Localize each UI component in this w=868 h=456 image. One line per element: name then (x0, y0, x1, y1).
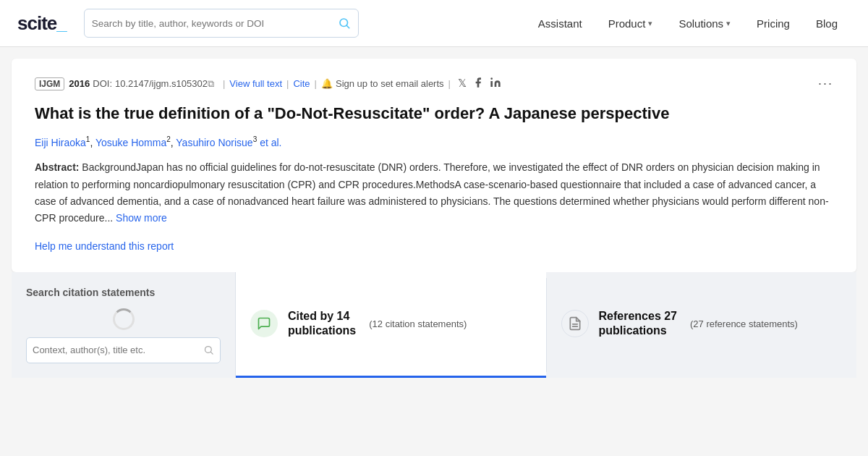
view-full-text-link[interactable]: View full text (229, 78, 282, 89)
authors: Eiji Hiraoka1, Yosuke Homma2, Yasuhiro N… (35, 135, 833, 148)
article-meta: IJGM 2016 DOI: 10.2147/ijgm.s105302 ⧉ | … (35, 76, 833, 91)
search-icon (203, 345, 214, 355)
facebook-icon[interactable] (472, 77, 484, 90)
journal-badge: IJGM (35, 77, 64, 90)
chevron-down-icon: ▾ (648, 19, 652, 28)
stats-tabs: Cited by 14 publications (12 citation st… (236, 272, 856, 378)
search-input[interactable] (92, 18, 338, 29)
svg-point-3 (490, 77, 493, 80)
citation-search-input[interactable] (33, 345, 203, 355)
cited-by-icon (250, 310, 278, 337)
cited-by-label: Cited by 14 publications (288, 309, 356, 339)
references-icon (561, 310, 589, 337)
abstract-label: Abstract: (35, 161, 79, 173)
main-nav: Assistant Product ▾ Solutions ▾ Pricing … (525, 0, 851, 47)
references-label: References 27 publications (599, 309, 678, 339)
references-content: References 27 publications (27 reference… (599, 309, 843, 339)
article-doi-value: 10.2147/ijgm.s105302 (115, 78, 208, 89)
author-link-1[interactable]: Eiji Hiraoka (35, 136, 86, 148)
cited-by-content: Cited by 14 publications (12 citation st… (288, 309, 532, 339)
svg-point-4 (205, 347, 212, 353)
author-link-3[interactable]: Yasuhiro Norisue (176, 136, 252, 148)
sign-up-text: Sign up to set email alerts (336, 78, 444, 89)
help-link[interactable]: Help me understand this report (35, 240, 174, 252)
linkedin-icon[interactable] (490, 77, 501, 90)
citation-search-label: Search citation statements (26, 287, 221, 298)
svg-rect-2 (490, 81, 493, 87)
abstract: Abstract: BackgroundJapan has no officia… (35, 159, 833, 226)
search-icon (338, 17, 351, 30)
et-al-link[interactable]: et al. (260, 136, 281, 148)
nav-item-assistant[interactable]: Assistant (525, 0, 595, 47)
references-sub: (27 reference statements) (690, 318, 798, 329)
svg-line-1 (346, 25, 349, 28)
tab-cited-by[interactable]: Cited by 14 publications (12 citation st… (236, 272, 546, 378)
header: scite_ Assistant Product ▾ Solutions ▾ P… (0, 0, 868, 47)
bell-icon: 🔔 (321, 78, 333, 89)
citation-search-input-wrap[interactable] (26, 337, 221, 363)
article-year: 2016 (69, 78, 90, 89)
show-more-link[interactable]: Show more (116, 212, 167, 224)
article-title: What is the true definition of a "Do-Not… (35, 103, 833, 125)
logo[interactable]: scite_ (17, 12, 67, 35)
cited-by-sub: (12 citation statements) (369, 318, 467, 329)
author-link-2[interactable]: Yosuke Homma (95, 136, 166, 148)
nav-item-pricing[interactable]: Pricing (744, 0, 803, 47)
spinner-wrap (26, 308, 221, 337)
twitter-icon[interactable]: 𝕏 (458, 77, 467, 90)
article-doi-label: DOI: (93, 78, 112, 89)
more-options-icon[interactable]: ··· (818, 76, 833, 91)
copy-icon[interactable]: ⧉ (208, 78, 214, 90)
nav-item-solutions[interactable]: Solutions ▾ (665, 0, 744, 47)
search-bar[interactable] (84, 9, 359, 38)
loading-spinner (113, 308, 135, 330)
chevron-down-icon: ▾ (726, 19, 731, 28)
social-icons: 𝕏 (458, 77, 501, 90)
nav-item-blog[interactable]: Blog (803, 0, 851, 47)
article-card: IJGM 2016 DOI: 10.2147/ijgm.s105302 ⧉ | … (12, 59, 856, 272)
svg-line-5 (210, 352, 213, 355)
tab-references[interactable]: References 27 publications (27 reference… (547, 272, 857, 378)
citation-search-panel: Search citation statements (12, 272, 236, 378)
logo-underscore: _ (56, 12, 66, 34)
bottom-section: Search citation statements Cited by 14 p… (12, 272, 856, 378)
cite-link[interactable]: Cite (293, 78, 310, 89)
nav-item-product[interactable]: Product ▾ (595, 0, 666, 47)
